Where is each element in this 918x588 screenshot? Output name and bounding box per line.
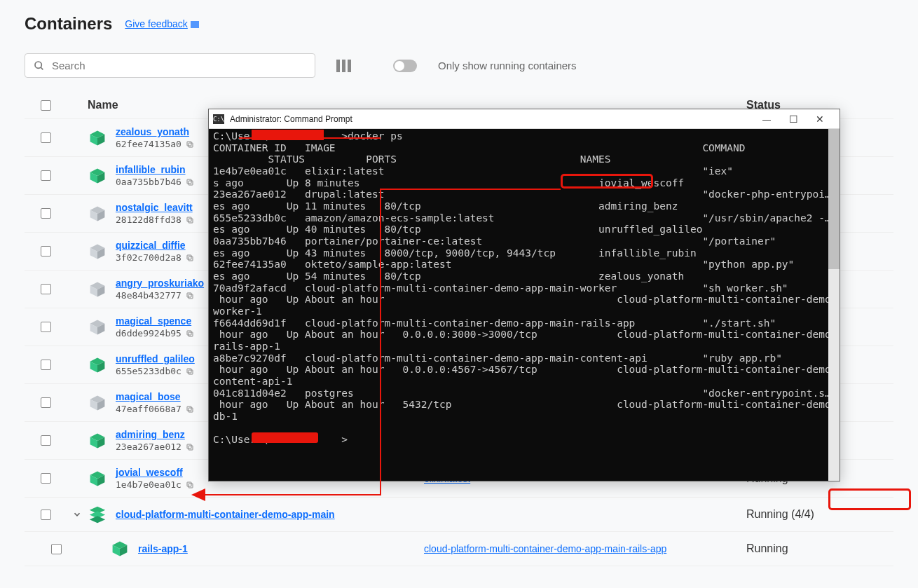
container-name-link[interactable]: magical_spence xyxy=(116,315,194,327)
row-checkbox[interactable] xyxy=(41,397,51,408)
status-text: Running (4/4) xyxy=(746,508,844,521)
copy-icon[interactable] xyxy=(186,254,194,262)
row-checkbox[interactable] xyxy=(41,284,51,294)
svg-line-1 xyxy=(41,67,43,69)
svg-rect-30 xyxy=(189,332,193,336)
svg-rect-20 xyxy=(189,257,193,261)
container-name-link[interactable]: rails-app-1 xyxy=(138,543,188,554)
maximize-button[interactable] xyxy=(786,114,800,125)
container-hash: 0aa735bb7b46 xyxy=(116,177,181,187)
copy-icon[interactable] xyxy=(186,178,194,186)
svg-rect-50 xyxy=(189,484,193,488)
row-checkbox[interactable] xyxy=(41,473,51,484)
terminal-title: Administrator: Command Prompt xyxy=(230,114,760,124)
terminal-window[interactable]: C:\ Administrator: Command Prompt C:\Use… xyxy=(208,109,840,481)
svg-rect-21 xyxy=(187,255,191,259)
stack-icon xyxy=(88,505,107,524)
feedback-link[interactable]: Give feedback xyxy=(125,18,199,29)
container-icon xyxy=(88,204,107,224)
copy-icon[interactable] xyxy=(186,329,194,338)
container-icon xyxy=(88,280,107,299)
search-icon xyxy=(34,60,45,71)
search-input[interactable] xyxy=(52,60,306,71)
columns-button[interactable] xyxy=(336,60,351,72)
select-all-checkbox[interactable] xyxy=(41,100,51,111)
svg-rect-36 xyxy=(187,369,191,373)
copy-icon[interactable] xyxy=(186,216,194,224)
svg-rect-40 xyxy=(189,408,193,412)
container-icon xyxy=(88,128,107,148)
image-link[interactable]: cloud-platform-multi-container-demo-app-… xyxy=(424,543,666,554)
container-name-link[interactable]: nostalgic_leavitt xyxy=(116,202,194,213)
svg-rect-51 xyxy=(187,482,191,486)
status-text: Running xyxy=(746,542,844,555)
svg-rect-10 xyxy=(189,181,193,185)
container-name-link[interactable]: admiring_benz xyxy=(116,429,194,440)
svg-rect-5 xyxy=(189,143,193,147)
page-title: Containers xyxy=(25,14,112,34)
terminal-body[interactable]: C:\Users\ >docker ps CONTAINER ID IMAGE … xyxy=(209,129,840,481)
container-name-link[interactable]: jovial_wescoff xyxy=(116,467,194,478)
container-hash: 23ea267ae012 xyxy=(116,442,181,452)
svg-rect-46 xyxy=(187,444,191,449)
copy-icon[interactable] xyxy=(186,405,194,413)
copy-icon[interactable] xyxy=(186,443,194,451)
container-name-link[interactable]: infallible_rubin xyxy=(116,164,194,175)
row-checkbox[interactable] xyxy=(41,132,51,143)
close-button[interactable] xyxy=(813,114,827,125)
terminal-titlebar[interactable]: C:\ Administrator: Command Prompt xyxy=(209,109,840,129)
row-checkbox[interactable] xyxy=(41,170,51,181)
terminal-scrollbar[interactable] xyxy=(828,129,840,481)
svg-rect-6 xyxy=(187,142,191,146)
container-icon xyxy=(88,166,107,186)
container-hash: 62fee74135a0 xyxy=(116,139,181,149)
svg-rect-41 xyxy=(187,406,191,411)
svg-rect-45 xyxy=(189,446,193,450)
row-checkbox[interactable] xyxy=(41,246,51,257)
feedback-label: Give feedback xyxy=(125,18,188,29)
container-icon xyxy=(88,317,107,337)
svg-marker-54 xyxy=(90,516,105,523)
container-icon xyxy=(88,242,107,261)
svg-rect-11 xyxy=(187,179,191,184)
table-row-stack: cloud-platform-multi-container-demo-app-… xyxy=(25,498,893,532)
copy-icon[interactable] xyxy=(186,292,194,300)
row-checkbox[interactable] xyxy=(41,510,51,520)
container-hash: 3f02c700d2a8 xyxy=(116,252,181,263)
container-hash: 1e4b7e0ea01c xyxy=(116,479,181,490)
container-name-link[interactable]: magical_bose xyxy=(116,391,194,402)
svg-rect-25 xyxy=(189,294,193,299)
cmd-icon: C:\ xyxy=(213,114,224,124)
container-hash: 655e5233db0c xyxy=(116,366,181,376)
svg-rect-35 xyxy=(189,370,193,374)
container-name-link[interactable]: zealous_yonath xyxy=(116,126,194,137)
scrollbar-thumb[interactable] xyxy=(828,129,840,269)
row-checkbox[interactable] xyxy=(51,544,62,554)
stack-name-link[interactable]: cloud-platform-multi-container-demo-app-… xyxy=(116,509,335,520)
row-checkbox[interactable] xyxy=(41,322,51,332)
row-checkbox[interactable] xyxy=(41,208,51,219)
copy-icon[interactable] xyxy=(186,481,194,489)
container-name-link[interactable]: quizzical_diffie xyxy=(116,240,194,251)
container-name-link[interactable]: angry_proskuriako xyxy=(116,278,204,289)
svg-rect-31 xyxy=(187,331,191,335)
container-icon xyxy=(110,539,130,559)
external-link-icon xyxy=(191,21,199,28)
svg-rect-26 xyxy=(187,293,191,297)
svg-rect-16 xyxy=(187,217,191,221)
search-box[interactable] xyxy=(25,53,315,78)
svg-rect-15 xyxy=(189,219,193,223)
copy-icon[interactable] xyxy=(186,140,194,149)
container-icon xyxy=(88,431,107,451)
chevron-down-icon[interactable] xyxy=(72,510,82,519)
container-hash: 48e84b432777 xyxy=(116,290,181,301)
row-checkbox[interactable] xyxy=(41,360,51,370)
running-toggle[interactable] xyxy=(393,60,417,72)
container-name-link[interactable]: unruffled_galileo xyxy=(116,353,195,364)
row-checkbox[interactable] xyxy=(41,435,51,446)
container-icon xyxy=(88,355,107,375)
minimize-button[interactable] xyxy=(760,114,774,125)
container-hash: 28122d8ffd38 xyxy=(116,214,181,225)
container-hash: d6dde9924b95 xyxy=(116,328,181,339)
copy-icon[interactable] xyxy=(186,367,194,376)
